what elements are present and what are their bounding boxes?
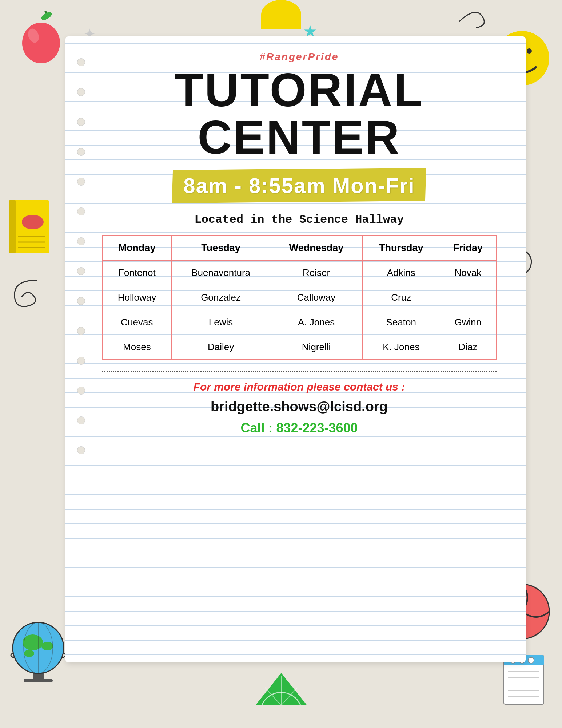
col-friday: Friday bbox=[440, 236, 496, 261]
cell: A. Jones bbox=[270, 310, 363, 335]
cell: Diaz bbox=[440, 335, 496, 360]
cell: Novak bbox=[440, 261, 496, 285]
svg-point-8 bbox=[22, 215, 44, 229]
hole bbox=[77, 178, 85, 186]
hashtag-text: #RangerPride bbox=[102, 51, 497, 63]
hole bbox=[77, 297, 85, 305]
cell: Moses bbox=[102, 335, 171, 360]
hole bbox=[77, 327, 85, 335]
hole bbox=[77, 357, 85, 365]
cell: Buenaventura bbox=[171, 261, 270, 285]
contact-phone: Call : 832-223-3600 bbox=[102, 420, 497, 436]
svg-rect-13 bbox=[24, 679, 53, 682]
main-content: #RangerPride TUTORIAL CENTER 8am - 8:55a… bbox=[102, 51, 497, 436]
col-wednesday: Wednesday bbox=[270, 236, 363, 261]
yellow-circle-decoration bbox=[261, 0, 301, 29]
hole bbox=[77, 58, 85, 66]
table-row: Moses Dailey Nigrelli K. Jones Diaz bbox=[102, 335, 496, 360]
cell: Reiser bbox=[270, 261, 363, 285]
hole-punches bbox=[77, 58, 85, 641]
curl-decoration-lm bbox=[7, 277, 44, 314]
table-row: Fontenot Buenaventura Reiser Adkins Nova… bbox=[102, 261, 496, 285]
hole bbox=[77, 88, 85, 96]
cell: Gonzalez bbox=[171, 285, 270, 310]
hole bbox=[77, 207, 85, 215]
schedule-table: Monday Tuesday Wednesday Thursday Friday… bbox=[102, 235, 497, 360]
cell: Calloway bbox=[270, 285, 363, 310]
protractor-decoration bbox=[252, 670, 310, 706]
table-row: Holloway Gonzalez Calloway Cruz bbox=[102, 285, 496, 310]
svg-point-17 bbox=[41, 642, 53, 650]
svg-point-37 bbox=[528, 657, 534, 663]
col-tuesday: Tuesday bbox=[171, 236, 270, 261]
hole bbox=[77, 446, 85, 454]
dotted-divider bbox=[102, 371, 497, 372]
time-text: 8am - 8:55am Mon-Fri bbox=[180, 172, 418, 199]
contact-label: For more information please contact us : bbox=[102, 381, 497, 393]
col-thursday: Thursday bbox=[362, 236, 440, 261]
svg-point-1 bbox=[22, 23, 60, 63]
svg-point-5 bbox=[527, 48, 532, 54]
hole bbox=[77, 267, 85, 275]
cell: Lewis bbox=[171, 310, 270, 335]
cell: K. Jones bbox=[362, 335, 440, 360]
table-row: Cuevas Lewis A. Jones Seaton Gwinn bbox=[102, 310, 496, 335]
cell: Adkins bbox=[362, 261, 440, 285]
cell: Holloway bbox=[102, 285, 171, 310]
svg-rect-7 bbox=[9, 200, 16, 253]
col-monday: Monday bbox=[102, 236, 171, 261]
main-title: TUTORIAL CENTER bbox=[102, 66, 497, 161]
hole bbox=[77, 416, 85, 424]
cell: Seaton bbox=[362, 310, 440, 335]
hole bbox=[77, 118, 85, 126]
cell: Cruz bbox=[362, 285, 440, 310]
book-decoration bbox=[4, 197, 55, 255]
cell: Cuevas bbox=[102, 310, 171, 335]
notebook-paper: #RangerPride TUTORIAL CENTER 8am - 8:55a… bbox=[65, 36, 526, 662]
time-banner: 8am - 8:55am Mon-Fri bbox=[180, 172, 418, 199]
cell bbox=[440, 285, 496, 310]
cell: Gwinn bbox=[440, 310, 496, 335]
cell: Fontenot bbox=[102, 261, 171, 285]
hole bbox=[77, 387, 85, 395]
apple-decoration bbox=[15, 11, 69, 66]
table-header-row: Monday Tuesday Wednesday Thursday Friday bbox=[102, 236, 496, 261]
svg-point-18 bbox=[24, 650, 34, 657]
hole bbox=[77, 237, 85, 245]
cell: Nigrelli bbox=[270, 335, 363, 360]
hole bbox=[77, 148, 85, 156]
cell: Dailey bbox=[171, 335, 270, 360]
curl-decoration-tr bbox=[453, 3, 490, 39]
location-text: Located in the Science Hallway bbox=[102, 213, 497, 226]
globe-decoration bbox=[7, 612, 69, 684]
contact-email: bridgette.shows@lcisd.org bbox=[102, 399, 497, 415]
